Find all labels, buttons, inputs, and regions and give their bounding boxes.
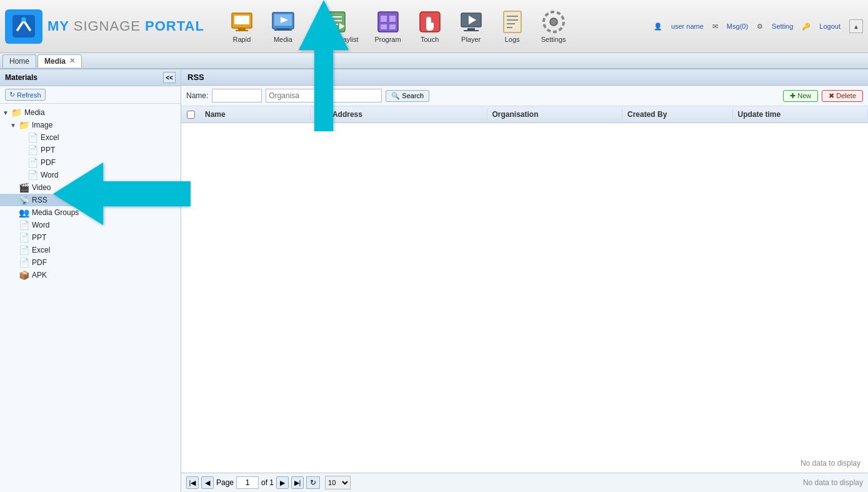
search-button[interactable]: 🔍 Search: [386, 90, 429, 102]
folder-icon: 📁: [19, 120, 29, 130]
expander-icon: ▼: [2, 109, 11, 116]
refresh-button[interactable]: ↻ Refresh: [5, 89, 46, 101]
nav-player[interactable]: Player: [452, 7, 490, 46]
logout-link[interactable]: Logout: [819, 23, 841, 30]
tab-media-label: Media: [44, 57, 66, 66]
user-area: 👤 user name ✉ Msg(0) ⚙ Setting 🔑 Logout …: [654, 19, 863, 33]
sidebar-header: Materials <<: [0, 69, 181, 86]
ppt-icon: 📄: [27, 145, 38, 155]
setting-link[interactable]: Setting: [772, 23, 793, 30]
tree-item-word[interactable]: 📄 Word: [0, 169, 181, 181]
tree-item-word2[interactable]: 📄 Word: [0, 219, 181, 231]
word-icon: 📄: [27, 170, 38, 180]
svg-rect-3: [234, 16, 249, 24]
rss-icon: 📡: [19, 195, 29, 205]
svg-rect-4: [238, 28, 246, 30]
pdf2-icon: 📄: [19, 258, 29, 268]
username-link[interactable]: user name: [671, 23, 704, 30]
page-label: Page: [216, 478, 234, 487]
tree-item-media-groups[interactable]: 👥 Media Groups: [0, 206, 181, 219]
name-input[interactable]: [212, 89, 262, 103]
tree-label: Video: [32, 183, 51, 192]
nav-player-label: Player: [461, 36, 481, 43]
new-button[interactable]: ✚ New: [783, 90, 818, 102]
expander-icon: [10, 247, 19, 254]
apk-icon: 📦: [19, 270, 29, 280]
tree-label: PPT: [41, 146, 55, 154]
tree-item-video[interactable]: 🎬 Video: [0, 181, 181, 194]
org-input[interactable]: [266, 89, 328, 103]
tree-label: Word: [41, 171, 58, 179]
page-number-input[interactable]: [236, 476, 259, 489]
nav-program[interactable]: Program: [368, 7, 407, 46]
tab-home[interactable]: Home: [2, 54, 36, 68]
expander-icon: [10, 209, 19, 216]
tree-item-apk[interactable]: 📦 APK: [0, 269, 181, 281]
sidebar: Materials << ↻ Refresh ▼ 📁 Media ▼ 📁 Ima…: [0, 69, 181, 492]
tree-item-ppt2[interactable]: 📄 PPT: [0, 231, 181, 244]
tree-item-excel2[interactable]: 📄 Excel: [0, 244, 181, 256]
tree-item-ppt[interactable]: 📄 PPT: [0, 144, 181, 156]
prev-page-button[interactable]: ◀: [201, 476, 214, 489]
tree-item-media[interactable]: ▼ 📁 Media: [0, 106, 181, 119]
tab-media-close[interactable]: ✕: [69, 57, 75, 65]
tree-item-pdf2[interactable]: 📄 PDF: [0, 256, 181, 269]
svg-rect-5: [236, 30, 248, 31]
envelope-icon: ✉: [712, 23, 718, 31]
search-btn-label: Search: [402, 92, 424, 99]
expander-icon: [10, 272, 19, 279]
expander-icon: ▼: [10, 122, 19, 129]
col-org-header: Organisation: [487, 109, 622, 120]
scroll-up-button[interactable]: ▲: [849, 19, 863, 33]
video-icon: 🎬: [19, 183, 29, 193]
svg-point-1: [21, 18, 26, 22]
sidebar-collapse-button[interactable]: <<: [163, 72, 176, 83]
col-url-header: URL Address: [311, 109, 487, 120]
tree-item-rss[interactable]: 📡 RSS: [0, 194, 181, 206]
first-page-button[interactable]: |◀: [186, 476, 199, 489]
pagination-refresh-button[interactable]: ↻: [306, 476, 320, 489]
nav-logs[interactable]: Logs: [494, 7, 531, 46]
table-body: No data to display: [181, 123, 868, 473]
svg-rect-26: [504, 11, 521, 33]
tree-label: Image: [32, 121, 52, 129]
group-icon: 👥: [19, 208, 29, 218]
nav-media[interactable]: Media: [264, 7, 302, 46]
pagination: |◀ ◀ Page of 1 ▶ ▶| ↻ 10 20 50 100 No da…: [181, 473, 868, 492]
search-input[interactable]: [332, 89, 382, 103]
nav-rapid[interactable]: Rapid: [223, 7, 261, 46]
search-bar: Name: 🔍 Search ✚ New ✖ Delete: [181, 86, 868, 106]
nav-touch[interactable]: Touch: [411, 7, 449, 46]
page-of-label: of 1: [261, 478, 274, 487]
delete-button[interactable]: ✖ Delete: [822, 90, 863, 102]
select-all-checkbox[interactable]: [181, 111, 200, 119]
nav-touch-label: Touch: [421, 36, 439, 43]
svg-rect-25: [464, 30, 479, 31]
content: RSS Name: 🔍 Search ✚ New ✖ Delete: [181, 69, 868, 492]
last-page-button[interactable]: ▶|: [291, 476, 304, 489]
tree-label: Media Groups: [32, 208, 79, 217]
svg-rect-20: [389, 24, 396, 29]
tree-label: Excel: [41, 133, 59, 142]
logo-text: MY SIGNAGE PORTAL: [47, 18, 204, 34]
checkbox-all[interactable]: [187, 111, 195, 119]
per-page-select[interactable]: 10 20 50 100: [325, 476, 351, 489]
nav-program-label: Program: [374, 36, 401, 43]
tree-item-excel[interactable]: 📄 Excel: [0, 131, 181, 144]
nav-system-playlist[interactable]: System Playlist: [306, 7, 365, 46]
pdf-icon: 📄: [27, 158, 38, 168]
nav-settings-label: Settings: [541, 36, 566, 43]
msg-link[interactable]: Msg(0): [727, 23, 748, 30]
main: Materials << ↻ Refresh ▼ 📁 Media ▼ 📁 Ima…: [0, 69, 868, 492]
expander-icon: [19, 172, 27, 179]
tree-item-pdf[interactable]: 📄 PDF: [0, 156, 181, 169]
nav-settings[interactable]: Settings: [535, 7, 572, 46]
key-icon: 🔑: [802, 23, 811, 31]
topbar: MY SIGNAGE PORTAL Rapid Media: [0, 0, 868, 53]
expander-icon: [10, 184, 19, 191]
tree-item-image[interactable]: ▼ 📁 Image: [0, 119, 181, 131]
tab-media[interactable]: Media ✕: [37, 54, 82, 68]
next-page-button[interactable]: ▶: [276, 476, 289, 489]
gear-icon: ⚙: [757, 23, 763, 31]
svg-rect-10: [274, 29, 292, 31]
